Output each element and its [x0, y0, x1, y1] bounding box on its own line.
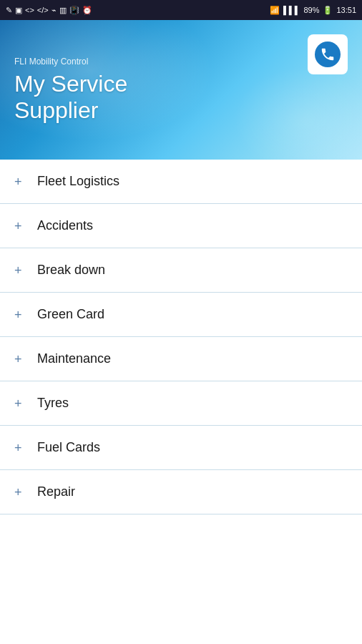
page-title: My Service Supplier — [14, 71, 348, 124]
usb-icon: ⌁ — [52, 6, 57, 15]
list-item-label: Tyres — [37, 396, 69, 411]
list-item[interactable]: +Green Card — [0, 293, 362, 337]
signal-icon: ▌▌▌ — [283, 6, 300, 14]
plus-icon: + — [14, 308, 26, 321]
plus-icon: + — [14, 397, 26, 410]
list-item-label: Break down — [37, 263, 105, 278]
phone-button[interactable] — [308, 34, 348, 74]
phone-vibrate-icon: 📳 — [69, 6, 79, 15]
list-item[interactable]: +Accidents — [0, 204, 362, 248]
app-name-label: FLI Mobility Control — [14, 57, 348, 67]
menu-list: +Fleet Logistics+Accidents+Break down+Gr… — [0, 160, 362, 514]
plus-icon: + — [14, 441, 26, 454]
title-line2: Supplier — [14, 97, 98, 123]
plus-icon: + — [14, 175, 26, 188]
list-item[interactable]: +Fleet Logistics — [0, 160, 362, 204]
status-bar: ✎ ▣ <> </> ⌁ ▥ 📳 ⏰ 📶 ▌▌▌ 89% 🔋 13:51 — [0, 0, 362, 20]
list-item-label: Fleet Logistics — [37, 174, 119, 189]
battery-icon: 🔋 — [323, 6, 333, 15]
battery-percentage: 89% — [303, 6, 319, 14]
wifi-icon: 📶 — [270, 6, 280, 15]
plus-icon: + — [14, 353, 26, 366]
list-item-label: Maintenance — [37, 351, 111, 366]
list-item[interactable]: +Repair — [0, 470, 362, 514]
screen-icon: ▣ — [15, 6, 22, 15]
list-item-label: Repair — [37, 484, 75, 499]
alarm-icon: ⏰ — [82, 6, 92, 15]
list-item[interactable]: +Tyres — [0, 381, 362, 426]
code-icon: <> — [25, 6, 34, 14]
title-line1: My Service — [14, 71, 127, 97]
status-bar-right: 📶 ▌▌▌ 89% 🔋 13:51 — [270, 6, 356, 15]
list-item-label: Green Card — [37, 307, 104, 322]
code2-icon: </> — [37, 6, 49, 14]
list-item-label: Accidents — [37, 218, 93, 233]
list-item[interactable]: +Maintenance — [0, 337, 362, 381]
list-item-label: Fuel Cards — [37, 440, 100, 455]
plus-icon: + — [14, 486, 26, 499]
time-display: 13:51 — [336, 6, 356, 14]
header-hero: FLI Mobility Control My Service Supplier — [0, 20, 362, 160]
status-bar-left: ✎ ▣ <> </> ⌁ ▥ 📳 ⏰ — [6, 6, 92, 15]
list-item[interactable]: +Break down — [0, 248, 362, 293]
phone-icon — [315, 42, 341, 67]
plus-icon: + — [14, 264, 26, 277]
bars-icon: ▥ — [59, 6, 67, 15]
plus-icon: + — [14, 220, 26, 233]
edit-icon: ✎ — [6, 6, 12, 15]
list-item[interactable]: +Fuel Cards — [0, 426, 362, 470]
